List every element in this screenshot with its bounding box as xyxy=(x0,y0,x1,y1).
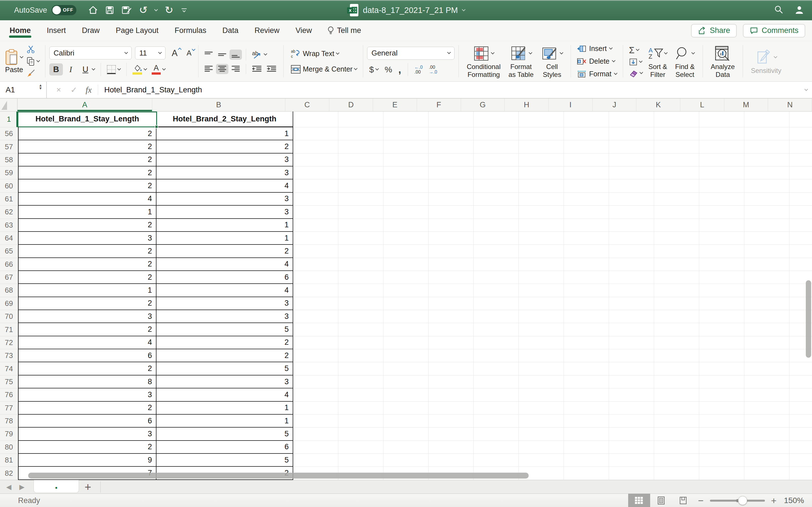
cell-colA[interactable]: 1 xyxy=(18,284,156,297)
ribbon-tab[interactable]: Page Layout xyxy=(115,22,159,39)
borders-chevron-icon[interactable] xyxy=(117,67,121,70)
sheet-nav-left-icon[interactable]: ◀ xyxy=(6,483,11,491)
underline-button[interactable]: U xyxy=(79,63,97,75)
autosave-toggle[interactable]: OFF xyxy=(52,5,77,15)
quick-access-more-icon[interactable] xyxy=(181,6,188,14)
insert-chevron-icon[interactable] xyxy=(609,46,613,50)
ribbon-tab[interactable]: Review xyxy=(254,22,280,39)
zoom-out-button[interactable]: − xyxy=(694,495,708,506)
analyze-data-button[interactable]: Analyze Data xyxy=(707,44,739,78)
cell-colB[interactable]: 1 xyxy=(156,219,293,232)
row-header[interactable]: 58 xyxy=(0,154,18,166)
conditional-formatting-button[interactable]: Conditional Formatting xyxy=(463,44,504,78)
currency-format-button[interactable]: $ xyxy=(367,64,380,75)
increase-indent-button[interactable] xyxy=(265,64,278,74)
paste-chevron-icon[interactable] xyxy=(20,55,24,58)
empty-cells[interactable] xyxy=(293,310,812,323)
cell-colB[interactable]: 4 xyxy=(156,258,293,271)
empty-cells[interactable] xyxy=(293,428,812,441)
cell-styles-button[interactable]: Cell Styles xyxy=(538,44,567,78)
ribbon-tab[interactable]: View xyxy=(295,22,312,39)
copy-chevron-icon[interactable] xyxy=(36,59,40,62)
font-color-button[interactable]: A xyxy=(150,63,167,76)
cell-colB[interactable]: 6 xyxy=(156,271,293,284)
search-icon[interactable] xyxy=(774,5,783,15)
row-header[interactable]: 69 xyxy=(0,297,18,310)
insert-function-icon[interactable]: fx xyxy=(86,86,92,95)
italic-button[interactable]: I xyxy=(64,63,78,75)
column-header[interactable]: C xyxy=(285,99,329,112)
decrease-indent-button[interactable] xyxy=(250,64,264,74)
cell-colB[interactable]: 3 xyxy=(156,206,293,219)
cell-colB[interactable]: 5 xyxy=(156,454,293,467)
font-color-chevron-icon[interactable] xyxy=(162,67,166,70)
cell-colB[interactable]: 3 xyxy=(156,154,293,166)
increase-font-size-button[interactable]: A xyxy=(169,47,181,59)
empty-cells[interactable] xyxy=(293,232,812,245)
empty-cells[interactable] xyxy=(293,179,812,192)
cell-colB[interactable]: 5 xyxy=(156,428,293,441)
save-icon[interactable] xyxy=(105,6,114,15)
empty-cells[interactable] xyxy=(293,376,812,388)
cell-colB[interactable]: 4 xyxy=(156,179,293,192)
row-header-1[interactable]: 1 xyxy=(0,112,18,127)
sort-filter-chevron-icon[interactable] xyxy=(664,51,668,54)
row-header[interactable]: 82 xyxy=(0,467,18,480)
undo-icon[interactable]: ↺ xyxy=(139,5,147,15)
text-orientation-button[interactable]: ab xyxy=(250,49,269,61)
row-header[interactable]: 57 xyxy=(0,140,18,153)
cell-colA[interactable]: 1 xyxy=(18,206,156,219)
fill-color-chevron-icon[interactable] xyxy=(144,67,147,70)
column-header[interactable]: D xyxy=(329,99,373,112)
empty-cells[interactable] xyxy=(293,441,812,454)
format-chevron-icon[interactable] xyxy=(614,71,617,75)
cell-colA[interactable]: 6 xyxy=(18,349,156,362)
empty-cells[interactable] xyxy=(293,206,812,219)
row-header[interactable]: 61 xyxy=(0,193,18,206)
title-chevron-icon[interactable] xyxy=(462,8,465,11)
empty-cells[interactable] xyxy=(293,323,812,336)
column-header[interactable]: F xyxy=(417,99,461,112)
wrap-text-button[interactable]: abc Wrap Text xyxy=(289,48,359,60)
currency-chevron-icon[interactable] xyxy=(375,67,379,70)
cell-colA[interactable]: 2 xyxy=(18,441,156,454)
clear-chevron-icon[interactable] xyxy=(640,70,643,74)
cell-colB[interactable]: 2 xyxy=(156,336,293,349)
cell-colB[interactable]: 5 xyxy=(156,323,293,336)
row-header[interactable]: 62 xyxy=(0,206,18,219)
merge-center-chevron-icon[interactable] xyxy=(354,66,358,70)
cell-colB[interactable]: 5 xyxy=(156,362,293,375)
autosave-control[interactable]: AutoSave OFF xyxy=(14,5,77,15)
ribbon-tab[interactable]: Formulas xyxy=(174,22,207,39)
cell-colA[interactable]: 9 xyxy=(18,454,156,467)
name-box[interactable]: A1 ▲ ▼ xyxy=(0,82,47,98)
fill-color-button[interactable] xyxy=(131,63,149,76)
column-header[interactable]: A xyxy=(17,99,152,112)
cell-colB[interactable]: 4 xyxy=(156,284,293,297)
row-header[interactable]: 72 xyxy=(0,336,18,349)
row-header[interactable]: 67 xyxy=(0,271,18,284)
empty-cells[interactable] xyxy=(293,402,812,414)
row-header[interactable]: 60 xyxy=(0,179,18,192)
column-header[interactable]: E xyxy=(373,99,417,112)
font-size-select[interactable]: 11 xyxy=(135,47,165,59)
cell-colA[interactable]: 8 xyxy=(18,376,156,388)
cell-colA[interactable]: 3 xyxy=(18,388,156,401)
column-header[interactable]: J xyxy=(593,99,637,112)
cell-colB[interactable]: 2 xyxy=(156,349,293,362)
empty-cells[interactable] xyxy=(293,154,812,166)
name-box-stepper[interactable]: ▲ ▼ xyxy=(39,83,42,90)
delete-chevron-icon[interactable] xyxy=(612,59,615,62)
ribbon-tab[interactable]: Data xyxy=(222,22,239,39)
share-button[interactable]: Share xyxy=(691,24,737,38)
align-left-button[interactable] xyxy=(202,64,215,74)
font-name-select[interactable]: Calibri xyxy=(49,47,132,59)
cell-colB[interactable]: 1 xyxy=(156,127,293,140)
cell-colB[interactable]: 1 xyxy=(156,414,293,428)
ribbon-tab[interactable]: Draw xyxy=(82,22,100,39)
add-sheet-button[interactable]: + xyxy=(85,480,91,494)
sort-filter-button[interactable]: A Z Sort & Filter xyxy=(645,44,671,78)
column-header[interactable]: H xyxy=(505,99,549,112)
cell-colA[interactable]: 3 xyxy=(18,232,156,245)
cell-colA[interactable]: 2 xyxy=(18,297,156,310)
